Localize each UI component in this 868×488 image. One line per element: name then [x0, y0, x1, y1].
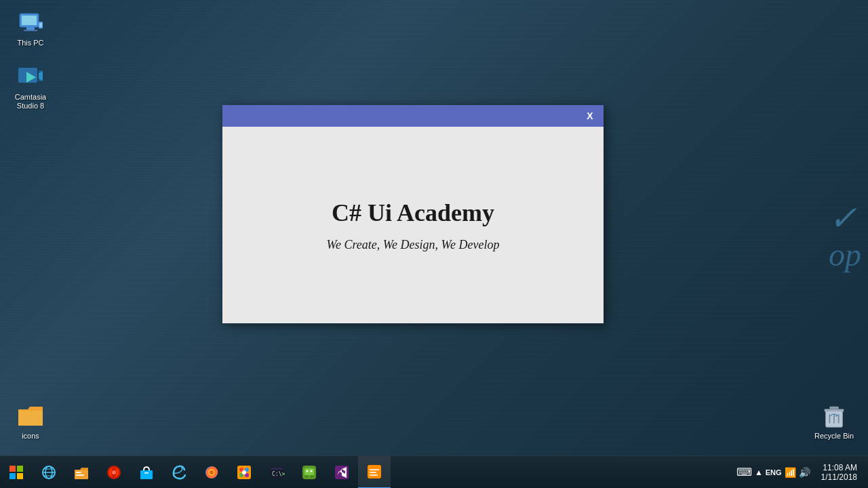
dialog-subtitle: We Create, We Design, We Develop: [327, 238, 500, 252]
desktop-icon-icons-folder[interactable]: icons: [7, 400, 54, 443]
svg-rect-2: [26, 27, 35, 30]
svg-rect-12: [825, 409, 844, 412]
taskbar-icon-paint-net[interactable]: [228, 456, 260, 489]
close-button[interactable]: X: [582, 108, 598, 124]
svg-rect-10: [18, 411, 43, 426]
taskbar-icon-orange-app[interactable]: [358, 456, 391, 489]
dialog-window: X C# Ui Academy We Create, We Design, We…: [222, 105, 604, 323]
svg-rect-30: [144, 472, 149, 474]
this-pc-label: This PC: [17, 39, 43, 47]
clock-time: 11:08 AM: [823, 463, 857, 472]
dialog-titlebar: X: [222, 105, 604, 127]
desktop-icon-recycle-bin[interactable]: Recycle Bin: [810, 400, 858, 443]
svg-point-33: [210, 470, 214, 474]
clock[interactable]: 11:08 AM 1/11/2018: [816, 463, 863, 482]
recycle-bin-label: Recycle Bin: [814, 432, 854, 441]
svg-point-39: [242, 470, 246, 474]
taskbar-icon-store[interactable]: [130, 456, 163, 489]
dialog-title: C# Ui Academy: [332, 199, 494, 227]
svg-rect-41: [271, 468, 283, 470]
taskbar-icon-firefox[interactable]: [195, 456, 228, 489]
svg-text:C:\>_: C:\>_: [272, 471, 285, 477]
desktop-icon-camtasia[interactable]: Camtasia Studio 8: [7, 61, 54, 113]
system-tray: ⌨ ▲ ENG 📶 🔊 11:08 AM 1/11/2018: [731, 456, 868, 488]
language-icon[interactable]: ENG: [766, 468, 782, 476]
this-pc-icon: [17, 9, 44, 37]
taskbar-icons: C:\>_: [33, 456, 391, 488]
folder-icon: [17, 403, 44, 430]
svg-rect-1: [22, 16, 37, 25]
svg-point-45: [305, 475, 308, 478]
taskbar-icon-opera[interactable]: [98, 456, 130, 489]
taskbar-icon-cmd[interactable]: C:\>_: [260, 456, 293, 489]
svg-point-28: [112, 470, 116, 474]
taskbar-icon-visual-studio[interactable]: [326, 456, 358, 489]
svg-rect-44: [304, 468, 314, 475]
svg-rect-52: [370, 472, 376, 473]
show-hidden-icons[interactable]: ▲: [755, 468, 763, 477]
svg-rect-5: [39, 23, 42, 27]
svg-point-47: [307, 470, 309, 472]
camtasia-icon: [17, 64, 44, 91]
recycle-bin-icon: [821, 403, 848, 430]
desktop: This PC Camtasia Studio 8 icons: [0, 0, 868, 455]
svg-point-46: [311, 475, 313, 478]
clock-date: 1/11/2018: [821, 472, 857, 482]
svg-rect-51: [370, 469, 379, 470]
volume-icon[interactable]: 🔊: [799, 467, 810, 478]
svg-point-48: [311, 470, 313, 472]
taskbar: C:\>_: [0, 455, 868, 488]
dialog-body: C# Ui Academy We Create, We Design, We D…: [222, 127, 604, 323]
desktop-icon-this-pc[interactable]: This PC: [7, 7, 54, 50]
svg-rect-53: [370, 474, 378, 476]
svg-rect-13: [829, 407, 838, 409]
bg-watermark: ✓ op: [829, 200, 861, 273]
taskbar-icon-ie[interactable]: [33, 456, 65, 489]
windows-logo-icon: [9, 466, 23, 479]
icons-folder-label: icons: [22, 432, 39, 441]
svg-rect-29: [140, 470, 153, 479]
taskbar-icon-edge[interactable]: [163, 456, 195, 489]
svg-rect-3: [24, 30, 37, 31]
svg-rect-23: [76, 472, 81, 473]
network-icon[interactable]: 📶: [785, 467, 796, 478]
camtasia-label: Camtasia Studio 8: [9, 93, 52, 110]
tray-icons: ⌨ ▲ ENG 📶 🔊: [731, 466, 816, 479]
taskbar-icon-file-explorer[interactable]: [65, 456, 98, 489]
keyboard-icon[interactable]: ⌨: [736, 466, 752, 479]
taskbar-icon-nox[interactable]: [293, 456, 326, 489]
start-button[interactable]: [0, 456, 33, 489]
svg-rect-24: [76, 474, 84, 476]
